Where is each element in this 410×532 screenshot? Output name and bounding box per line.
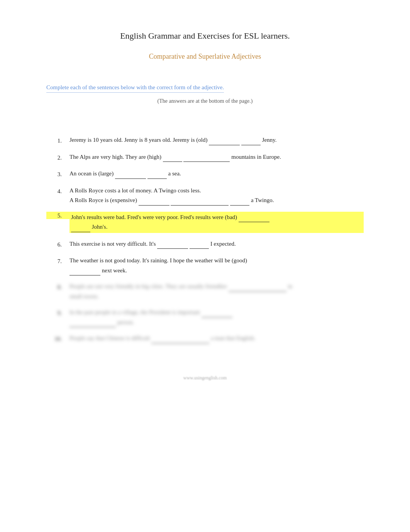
exercise-item-1: 1. Jeremy is 10 years old. Jenny is 8 ye… bbox=[46, 135, 364, 146]
item-number-7: 7. bbox=[46, 256, 69, 267]
blank-6-2 bbox=[190, 243, 209, 249]
item-content-5: John's results were bad. Fred's were ver… bbox=[69, 212, 364, 233]
blank-10-1 bbox=[151, 337, 209, 343]
exercises-container: 1. Jeremy is 10 years old. Jenny is 8 ye… bbox=[46, 135, 364, 344]
blank-5-1 bbox=[239, 216, 269, 222]
blank-5-2 bbox=[71, 226, 90, 232]
item-content-1: Jeremy is 10 years old. Jenny is 8 years… bbox=[69, 135, 364, 145]
item-number-1: 1. bbox=[46, 135, 69, 146]
answers-note: (The answers are at the bottom of the pa… bbox=[46, 98, 364, 104]
blank-1-2 bbox=[241, 139, 261, 145]
blank-2-2 bbox=[183, 156, 230, 162]
item-content-8: People are not very friendly in big citi… bbox=[69, 282, 364, 301]
item-content-4: A Rolls Royce costs a lot of money. A Tw… bbox=[69, 186, 364, 206]
exercise-item-7: 7. The weather is not good today. It's r… bbox=[46, 256, 364, 275]
instruction-block: Complete each of the sentences below wit… bbox=[46, 84, 364, 95]
blank-3-1 bbox=[115, 173, 146, 179]
blank-6-1 bbox=[157, 243, 188, 249]
blank-3-2 bbox=[147, 173, 167, 179]
exercise-item-10: 10. People say that Chinese is difficult… bbox=[46, 333, 364, 344]
item-number-2: 2. bbox=[46, 152, 69, 163]
page-title: English Grammar and Exercises for ESL le… bbox=[46, 31, 364, 41]
instruction-text: Complete each of the sentences below wit… bbox=[46, 84, 224, 93]
blank-2-1 bbox=[163, 156, 182, 162]
blank-4-3 bbox=[230, 199, 249, 206]
blank-9-2 bbox=[69, 321, 116, 327]
exercise-item-8: 8. People are not very friendly in big c… bbox=[46, 282, 364, 301]
item-number-4: 4. bbox=[46, 186, 69, 197]
blank-8-1 bbox=[229, 286, 286, 292]
item-number-6: 6. bbox=[46, 239, 69, 250]
item-content-9: In the past people in a village, the Pre… bbox=[69, 308, 364, 327]
item-number-5: 5. bbox=[46, 212, 69, 219]
exercise-item-4: 4. A Rolls Royce costs a lot of money. A… bbox=[46, 186, 364, 206]
footer-note: www.usingenglish.com bbox=[46, 375, 364, 381]
item-content-7: The weather is not good today. It's rain… bbox=[69, 256, 364, 275]
item-number-10: 10. bbox=[46, 333, 69, 344]
exercise-item-3: 3. An ocean is (large) a sea. bbox=[46, 169, 364, 180]
item-content-6: This exercise is not very difficult. It'… bbox=[69, 239, 364, 249]
blank-7-1 bbox=[69, 269, 100, 275]
blank-4-2 bbox=[171, 199, 229, 206]
exercise-item-2: 2. The Alps are very high. They are (hig… bbox=[46, 152, 364, 163]
item-number-8: 8. bbox=[46, 282, 69, 292]
item-content-10: People say that Chinese is difficult a m… bbox=[69, 333, 364, 343]
page-container: English Grammar and Exercises for ESL le… bbox=[46, 31, 364, 381]
item-number-3: 3. bbox=[46, 169, 69, 180]
exercise-item-5: 5. John's results were bad. Fred's were … bbox=[46, 212, 364, 233]
blank-1-1 bbox=[209, 139, 240, 145]
exercise-item-6: 6. This exercise is not very difficult. … bbox=[46, 239, 364, 250]
exercise-item-9: 9. In the past people in a village, the … bbox=[46, 308, 364, 327]
item-content-2: The Alps are very high. They are (high) … bbox=[69, 152, 364, 162]
blank-9-1 bbox=[202, 311, 232, 318]
blank-4-1 bbox=[139, 199, 169, 206]
subtitle: Comparative and Superlative Adjectives bbox=[46, 53, 364, 61]
item-content-3: An ocean is (large) a sea. bbox=[69, 169, 364, 179]
item-number-9: 9. bbox=[46, 308, 69, 318]
